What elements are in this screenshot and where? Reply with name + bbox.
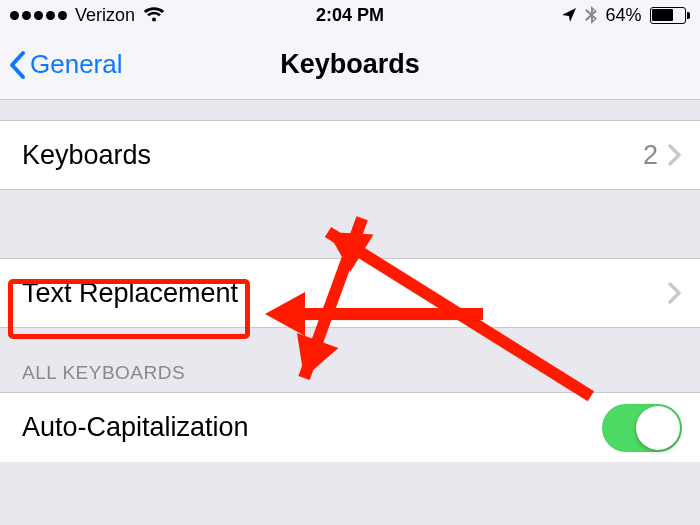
keyboards-count: 2 (643, 140, 658, 171)
status-bar: Verizon 2:04 PM 64% (0, 0, 700, 30)
chevron-right-icon (668, 282, 682, 304)
bluetooth-icon (585, 6, 597, 24)
chevron-right-icon (668, 144, 682, 166)
section-header-all-keyboards: ALL KEYBOARDS (0, 328, 700, 392)
keyboards-label: Keyboards (22, 140, 643, 171)
signal-strength-icon (10, 11, 67, 20)
wifi-icon (143, 7, 165, 23)
location-icon (561, 7, 577, 23)
back-button[interactable]: General (0, 49, 123, 80)
chevron-left-icon (8, 50, 28, 80)
battery-percent-label: 64% (605, 5, 641, 26)
auto-capitalization-row[interactable]: Auto-Capitalization (0, 392, 700, 462)
text-replacement-row[interactable]: Text Replacement (0, 258, 700, 328)
status-right: 64% (561, 5, 690, 26)
page-title: Keyboards (280, 49, 420, 80)
auto-capitalization-switch[interactable] (602, 404, 682, 452)
spacer (0, 100, 700, 120)
spacer (0, 190, 700, 258)
auto-capitalization-label: Auto-Capitalization (22, 412, 602, 443)
back-label: General (30, 49, 123, 80)
status-time: 2:04 PM (316, 5, 384, 26)
text-replacement-label: Text Replacement (22, 278, 668, 309)
status-left: Verizon (10, 5, 165, 26)
carrier-label: Verizon (75, 5, 135, 26)
battery-icon (650, 7, 691, 24)
nav-bar: General Keyboards (0, 30, 700, 100)
keyboards-row[interactable]: Keyboards 2 (0, 120, 700, 190)
